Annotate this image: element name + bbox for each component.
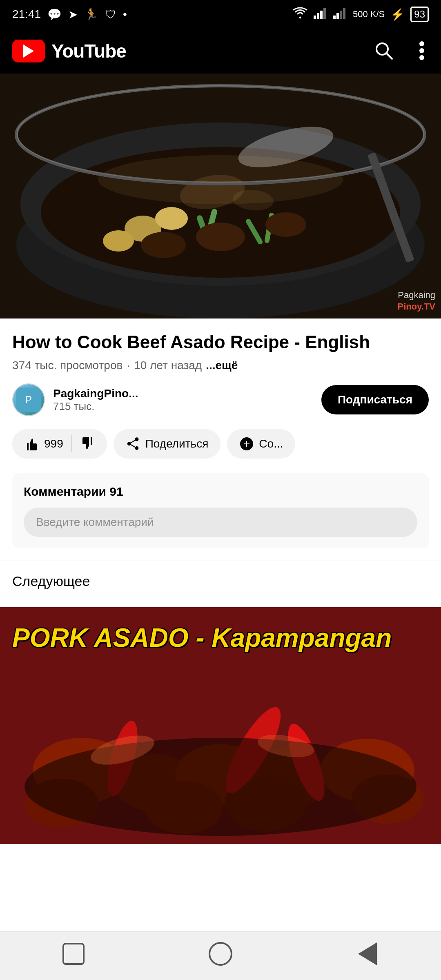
video-info-section: How to Cook Beef Asado Recipe - English … — [0, 318, 441, 459]
svg-point-50 — [24, 738, 416, 836]
svg-rect-3 — [323, 8, 326, 19]
dislike-button[interactable] — [72, 429, 107, 459]
youtube-app-name: YouTube — [51, 40, 126, 62]
next-video-thumbnail[interactable]: PORK ASADO - Kapampangan — [0, 607, 441, 844]
svg-point-12 — [419, 55, 424, 60]
location-icon: ➤ — [68, 8, 78, 21]
like-button[interactable]: 999 — [12, 429, 71, 459]
share-label: Поделиться — [145, 437, 209, 450]
svg-rect-5 — [336, 13, 339, 19]
time-ago: 10 лет назад — [134, 359, 202, 372]
nav-bar — [0, 931, 441, 980]
svg-point-26 — [196, 223, 245, 251]
subscribe-button[interactable]: Подписаться — [321, 385, 429, 414]
svg-point-20 — [155, 207, 188, 230]
watermark-line2: Pinoy.TV — [398, 301, 436, 313]
charging-icon: ⚡ — [390, 8, 405, 21]
svg-rect-7 — [343, 8, 345, 19]
signal-icon — [314, 7, 327, 22]
signal2-icon — [333, 7, 347, 22]
time-display: 21:41 — [12, 8, 41, 21]
channel-name[interactable]: PagkaingPino... — [53, 387, 313, 400]
header-actions — [369, 36, 429, 67]
chat-icon: 💬 — [47, 8, 62, 21]
svg-point-28 — [141, 232, 186, 258]
search-button[interactable] — [369, 36, 399, 67]
view-count: 374 тыс. просмотров — [12, 359, 122, 372]
more-options-button[interactable] — [415, 37, 429, 66]
back-triangle-icon — [358, 942, 377, 965]
video-thumbnail[interactable]: Pagkaing Pinoy.TV — [0, 74, 441, 318]
next-section: Следующее — [0, 561, 441, 607]
fitness-icon: 🏃 — [84, 8, 98, 21]
channel-row: P PagkaingPino... 715 тыс. Подписаться — [12, 383, 429, 416]
svg-point-10 — [419, 41, 424, 46]
svg-point-11 — [419, 48, 424, 53]
svg-rect-2 — [320, 11, 323, 19]
svg-rect-0 — [314, 16, 316, 19]
separator: · — [127, 359, 130, 372]
comments-header: Комментарии 91 — [24, 485, 417, 499]
watermark-line1: Pagkaing — [398, 290, 436, 301]
nav-square-button[interactable] — [57, 938, 90, 970]
svg-line-9 — [386, 53, 392, 59]
comments-section: Комментарии 91 Введите комментарий — [12, 473, 429, 548]
svg-point-21 — [103, 230, 134, 252]
battery-display: 93 — [410, 7, 429, 22]
youtube-header: YouTube — [0, 29, 441, 74]
status-right: 500 K/S ⚡ 93 — [292, 7, 429, 22]
video-meta: 374 тыс. просмотров · 10 лет назад ...ещ… — [12, 359, 429, 372]
avatar-image: P — [13, 384, 44, 415]
video-title: How to Cook Beef Asado Recipe - English — [12, 331, 429, 353]
next-video-title: PORK ASADO - Kapampangan — [12, 624, 429, 652]
channel-subscribers: 715 тыс. — [53, 400, 313, 413]
comment-input[interactable]: Введите комментарий — [24, 508, 417, 537]
svg-point-27 — [265, 212, 306, 237]
action-row: 999 Поделиться Со... — [12, 429, 429, 459]
wifi-icon — [292, 7, 308, 22]
svg-rect-6 — [340, 11, 342, 19]
save-button[interactable]: Со... — [227, 429, 295, 459]
more-text-btn[interactable]: ...ещё — [206, 359, 238, 372]
svg-text:P: P — [25, 394, 32, 405]
next-label: Следующее — [12, 573, 429, 589]
svg-rect-1 — [317, 13, 319, 19]
youtube-logo: YouTube — [12, 40, 126, 62]
like-dislike-group: 999 — [12, 429, 107, 459]
youtube-play-icon — [12, 40, 45, 62]
save-label: Со... — [259, 437, 283, 450]
nav-home-button[interactable] — [204, 938, 237, 970]
video-watermark: Pagkaing Pinoy.TV — [398, 290, 436, 313]
nav-back-button[interactable] — [351, 938, 384, 970]
svg-rect-4 — [333, 16, 336, 19]
shield-icon: 🛡 — [105, 8, 116, 21]
status-left: 21:41 💬 ➤ 🏃 🛡 • — [12, 8, 127, 21]
circle-icon — [209, 942, 232, 966]
square-icon — [62, 943, 85, 965]
dot-icon: • — [123, 8, 127, 21]
status-bar: 21:41 💬 ➤ 🏃 🛡 • — [0, 0, 441, 29]
channel-avatar[interactable]: P — [12, 383, 45, 416]
like-count: 999 — [44, 437, 63, 450]
speed-display: 500 K/S — [353, 9, 385, 20]
share-button[interactable]: Поделиться — [114, 429, 221, 459]
channel-info: PagkaingPino... 715 тыс. — [53, 387, 313, 413]
